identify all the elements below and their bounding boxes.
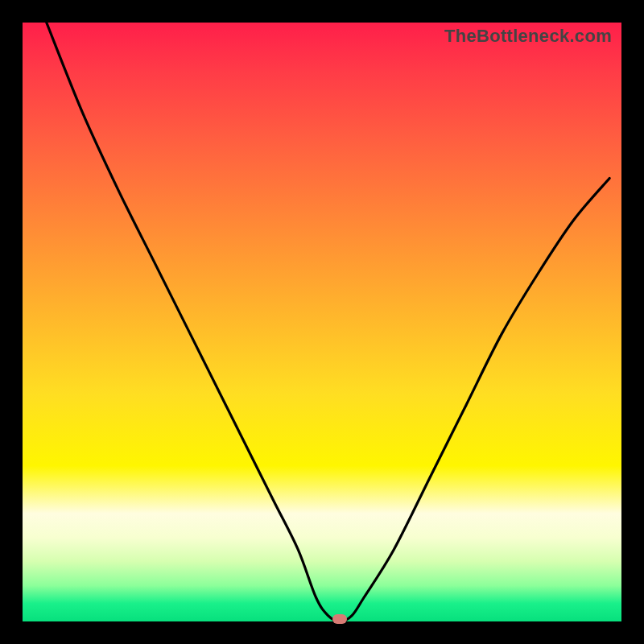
plot-area: TheBottleneck.com xyxy=(23,23,621,621)
optimal-point-marker xyxy=(332,614,347,624)
bottleneck-curve xyxy=(23,23,621,621)
curve-path xyxy=(47,23,609,621)
chart-frame: TheBottleneck.com xyxy=(0,0,644,644)
